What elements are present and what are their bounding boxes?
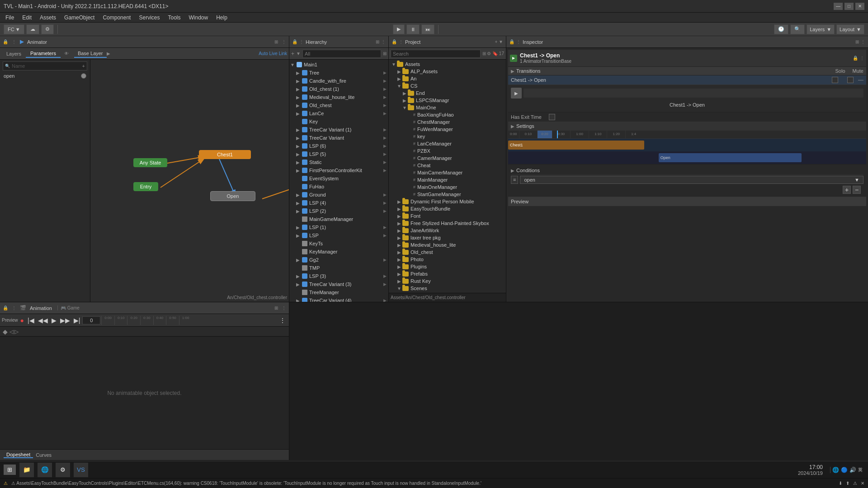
hierarchy-root-item[interactable]: ▼ Main1	[289, 61, 388, 69]
anim-next-frame-button[interactable]: ▶▶	[59, 317, 71, 324]
chest1-node[interactable]: Chest1	[199, 150, 251, 159]
proj-item-script[interactable]: ▶ # key	[389, 133, 506, 140]
proj-item-lspcs[interactable]: ▶ LSPCSManagr	[389, 97, 506, 104]
list-item[interactable]: ▶ Ground ▶	[289, 191, 388, 199]
list-item[interactable]: ▶ Candle_with_fire ▶	[289, 77, 388, 85]
list-item[interactable]: ▶ Static ▶	[289, 158, 388, 166]
key-button[interactable]: ◆	[3, 328, 8, 335]
list-item[interactable]: ▶ LSP (3) ▶	[289, 272, 388, 280]
hierarchy-search-input[interactable]	[302, 50, 381, 58]
tl-bar-chest1[interactable]: Chest1	[508, 141, 644, 150]
anim-more2[interactable]: ⋮	[282, 305, 286, 310]
proj-item-medieval[interactable]: ▶ Medieval_house_lite	[389, 241, 506, 249]
proj-item-end[interactable]: ▶ End	[389, 89, 506, 97]
search-button[interactable]: 🔍	[790, 24, 805, 34]
pause-button[interactable]: ⏸	[406, 24, 420, 34]
proj-item-easy[interactable]: ▶ EasyTouchBundle	[389, 205, 506, 212]
anim-extra-btn[interactable]: ⋮	[278, 317, 287, 324]
param-open[interactable]: open	[0, 72, 90, 80]
insp-expand[interactable]: ⊞	[855, 39, 859, 44]
proj-item-rustkey[interactable]: ▶ Rust Key	[389, 277, 506, 285]
hier-more[interactable]: ⋮	[381, 39, 386, 44]
open-node[interactable]: Open	[210, 191, 255, 201]
start-button[interactable]: ⊞	[4, 465, 16, 475]
maximize-button[interactable]: □	[844, 3, 854, 10]
proj-item-alp[interactable]: ▶ ALP_Assets	[389, 68, 506, 75]
play-button[interactable]: ▶	[393, 24, 405, 34]
list-item[interactable]: ▶ Medieval_house_lite ▶	[289, 93, 388, 101]
list-item[interactable]: ▶ EventSystem	[289, 174, 388, 183]
tab-layers[interactable]: Layers	[2, 50, 26, 57]
menu-help[interactable]: Help	[212, 14, 231, 22]
root-expand-icon[interactable]: ▼	[289, 62, 296, 67]
proj-item-dynamic[interactable]: ▶ Dynamic First Person Mobile	[389, 198, 506, 205]
proj-item-script[interactable]: ▶ # Cheat	[389, 162, 506, 169]
add-param-button[interactable]: +	[82, 63, 85, 69]
proj-item-photo[interactable]: ▶ Photo	[389, 256, 506, 263]
list-item[interactable]: ▶ Old_chest ▶	[289, 101, 388, 109]
menu-edit[interactable]: Edit	[19, 14, 35, 22]
proj-item-script[interactable]: ▶ # StartGameManager	[389, 191, 506, 198]
proj-item-oldchest[interactable]: ▶ Old_chest	[389, 249, 506, 256]
hier-expand[interactable]: ⊞	[376, 39, 379, 44]
mute-checkbox[interactable]	[847, 77, 854, 83]
diag-input[interactable]	[524, 89, 863, 98]
cond-remove-button[interactable]: −	[853, 186, 861, 194]
hier-search-end[interactable]: ⊞	[383, 51, 387, 56]
list-item[interactable]: ▶ LSP (6) ▶	[289, 142, 388, 150]
list-item[interactable]: ▶ LSP (1) ▶	[289, 223, 388, 231]
proj-item-laxer[interactable]: ▶ laxer tree pkg	[389, 234, 506, 241]
proj-item-script[interactable]: ▶ # ChestManager	[389, 118, 506, 126]
menu-tools[interactable]: Tools	[164, 14, 184, 22]
proj-item-cs[interactable]: ▼ CS	[389, 82, 506, 89]
menu-window[interactable]: Window	[185, 14, 212, 22]
key-left[interactable]: ◁	[9, 328, 14, 335]
proj-item-scenes[interactable]: ▼ Scenes	[389, 285, 506, 292]
insp-more2[interactable]: ⋮	[860, 56, 864, 61]
remove-transition-button[interactable]: —	[858, 77, 863, 83]
proj-item-script[interactable]: ▶ # CamerManager	[389, 155, 506, 162]
list-item[interactable]: ▶ MainGameManager	[289, 215, 388, 223]
list-item[interactable]: ▶ LSP (4) ▶	[289, 199, 388, 207]
minimize-button[interactable]: —	[834, 3, 843, 10]
cond-op-button[interactable]: =	[511, 176, 518, 184]
hier-add-button[interactable]: +	[291, 51, 294, 57]
solo-checkbox[interactable]	[832, 77, 838, 83]
eye-icon[interactable]: 👁	[64, 51, 69, 56]
entry-node[interactable]: Entry	[133, 182, 158, 191]
proj-item-script[interactable]: ▶ # BaoXiangFuHao	[389, 111, 506, 118]
proj-item-script[interactable]: ▶ # MainOneManager	[389, 183, 506, 191]
anim-begin-button[interactable]: |◀	[26, 317, 36, 324]
list-item[interactable]: ▶ Gg2 ▶	[289, 256, 388, 264]
proj-add-button[interactable]: +	[495, 39, 497, 44]
list-item[interactable]: ▶ TMP	[289, 264, 388, 272]
tl-bar-open[interactable]: Open	[659, 153, 802, 162]
chrome-button[interactable]: 🌐	[38, 463, 52, 477]
curves-tab[interactable]: Curves	[33, 452, 54, 458]
list-item[interactable]: ▶ TreeManager	[289, 288, 388, 296]
anim-end-button[interactable]: ▶|	[72, 317, 82, 324]
menu-gameobject[interactable]: GameObject	[61, 14, 98, 22]
base-layer-tab[interactable]: Base Layer	[74, 50, 107, 58]
list-item[interactable]: ▶ FuHao	[289, 183, 388, 191]
dopesheet-tab[interactable]: Dopesheet	[4, 452, 33, 458]
menu-services[interactable]: Services	[135, 14, 163, 22]
has-exit-checkbox[interactable]	[549, 114, 555, 120]
record-button[interactable]: ●	[19, 317, 25, 324]
cond-add-button[interactable]: +	[843, 186, 851, 194]
proj-item-plugins[interactable]: ▶ Plugins	[389, 263, 506, 270]
proj-item-prefabs[interactable]: ▶ Prefabs	[389, 270, 506, 277]
close-button[interactable]: ✕	[855, 3, 864, 10]
insp-more[interactable]: ⋮	[861, 39, 865, 44]
auto-live-link[interactable]: Auto Live Link	[259, 51, 287, 56]
file-explorer-button[interactable]: 📁	[19, 463, 34, 477]
settings-collapse[interactable]: ▶ Settings	[508, 122, 866, 131]
list-item[interactable]: ▶ FirstPersonControllerKit ▶	[289, 166, 388, 174]
cond-collapse[interactable]: ▶	[511, 168, 514, 173]
animator-more[interactable]: ⋮	[282, 39, 286, 44]
settings-button[interactable]: ⚙	[41, 24, 54, 34]
step-button[interactable]: ⏭	[421, 24, 434, 34]
animator-canvas[interactable]: Any State Entry Chest1 Open Exit An/Ches…	[90, 60, 289, 302]
list-item[interactable]: ▶ KeyTs	[289, 239, 388, 248]
proj-item-skybox[interactable]: ▶ Free Stylized Hand-Painted Skybox	[389, 220, 506, 227]
